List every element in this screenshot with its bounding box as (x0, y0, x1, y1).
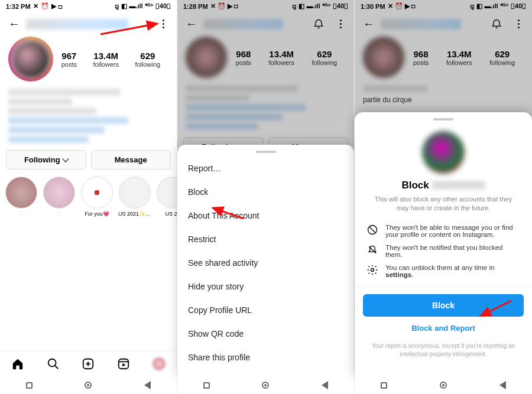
block-target-avatar (422, 131, 465, 174)
svg-point-11 (496, 27, 498, 28)
highlight-item[interactable]: For you💗 (80, 177, 113, 217)
create-icon[interactable] (82, 357, 95, 370)
sheet-item-shared-activity[interactable]: See shared activity (177, 251, 354, 275)
highlight-item[interactable]: US 20 (156, 177, 177, 217)
bell-off-icon (366, 244, 378, 256)
reels-icon[interactable] (117, 357, 130, 370)
block-title: Block (363, 180, 524, 191)
status-right: ⚼ ◧ ▬.ıll ⁴ᴳ⁺ ⌷40⌷ (115, 2, 171, 10)
svg-marker-7 (122, 363, 126, 367)
sheet-grip[interactable] (433, 118, 453, 121)
instagram-icon: ◘ (59, 3, 63, 10)
block-info-row: They won't be able to message you or fin… (366, 224, 520, 238)
more-options-icon[interactable] (513, 19, 524, 28)
screen-block-confirm: 1:30 PM✕ ⏰ ▶ ◘ ⚼ ◧ ▬.ıll ⁴ᴳ⁺ ⌷40⌷ ← 968p… (355, 0, 532, 394)
username-blurred (26, 19, 128, 30)
back-icon[interactable]: ← (8, 17, 20, 31)
stat-posts[interactable]: 967posts (61, 51, 77, 68)
android-nav[interactable] (0, 376, 177, 394)
android-home-icon (85, 382, 92, 389)
stat-followers[interactable]: 13.4Mfollowers (93, 51, 119, 68)
chevron-down-icon (62, 155, 69, 162)
block-confirm-button[interactable]: Block (363, 294, 524, 317)
block-footer-note: Your report is anonymous, except if you'… (363, 342, 524, 359)
bottom-nav (0, 350, 177, 376)
android-back-icon (144, 381, 151, 389)
alarm-icon: ⏰ (41, 2, 49, 10)
sheet-item-hide-story[interactable]: Hide your story (177, 275, 354, 298)
stat-following[interactable]: 629following (135, 51, 160, 68)
block-info-row: You can unblock them at any time in sett… (366, 264, 520, 278)
svg-point-15 (371, 268, 374, 271)
bio-block (8, 89, 168, 143)
block-and-report-button[interactable]: Block and Report (363, 317, 524, 340)
back-icon[interactable]: ← (186, 17, 197, 31)
status-time: 1:32 PM (6, 3, 31, 10)
username-blurred (203, 19, 283, 30)
screen-profile: 1:32 PM ✕ ⏰ ▶ ◘ ⚼ ◧ ▬.ıll ⁴ᴳ⁺ ⌷40⌷ ← 967… (0, 0, 177, 394)
following-button[interactable]: Following (6, 150, 86, 170)
youtube-icon: ▶ (51, 2, 56, 10)
no-message-icon (366, 224, 378, 236)
sheet-item-about[interactable]: About This Account (177, 204, 354, 227)
sheet-item-copy-url[interactable]: Copy Profile URL (177, 298, 354, 322)
more-options-icon[interactable] (158, 19, 168, 28)
status-bar: 1:32 PM ✕ ⏰ ▶ ◘ ⚼ ◧ ▬.ıll ⁴ᴳ⁺ ⌷40⌷ (0, 0, 177, 11)
highlight-item[interactable]: US 2021✨ 2/2 (118, 177, 151, 217)
message-button[interactable]: Message (91, 150, 171, 170)
status-time: 1:28 PM (183, 3, 208, 10)
sheet-item-qr[interactable]: Show QR code (177, 322, 354, 346)
svg-point-0 (48, 359, 56, 366)
svg-point-9 (318, 27, 320, 28)
status-bar: 1:28 PM✕ ⏰ ▶ ◘ ⚼ ◧ ▬.ıll ⁴ᴳ⁺ ⌷40⌷ (177, 0, 354, 11)
android-nav[interactable] (355, 376, 532, 394)
highlights-row: — — For you💗 US 2021✨ 2/2 US 20 (0, 170, 177, 219)
more-options-icon[interactable] (335, 19, 346, 28)
stats-row: 967posts 13.4Mfollowers 629following (0, 37, 177, 84)
back-icon[interactable]: ← (363, 17, 375, 31)
status-time: 1:30 PM (361, 3, 385, 10)
sheet-grip[interactable] (256, 151, 276, 153)
sheet-item-share[interactable]: Share this profile (177, 346, 354, 369)
profile-avatar-ring[interactable] (8, 37, 53, 82)
mute-icon: ✕ (33, 2, 38, 10)
status-bar: 1:30 PM✕ ⏰ ▶ ◘ ⚼ ◧ ▬.ıll ⁴ᴳ⁺ ⌷40⌷ (355, 0, 532, 11)
highlight-item[interactable]: — (5, 177, 38, 217)
notifications-icon[interactable] (313, 18, 325, 30)
android-recents-icon (26, 382, 33, 389)
home-icon[interactable] (11, 357, 24, 370)
sheet-item-report[interactable]: Report… (177, 157, 354, 180)
block-subtitle: This will also block any other accounts … (369, 195, 518, 213)
gear-icon (366, 264, 378, 276)
action-buttons: Following Message (0, 150, 177, 170)
search-icon[interactable] (47, 357, 60, 370)
notifications-icon[interactable] (491, 18, 502, 30)
block-info-row: They won't be notified that you blocked … (366, 244, 520, 258)
bio-visible-text: partie du cirque (363, 96, 524, 104)
profile-nav-icon[interactable] (153, 357, 166, 370)
block-target-name-blurred (432, 181, 485, 190)
highlight-item[interactable]: — (43, 177, 76, 217)
screen-options-sheet: 1:28 PM✕ ⏰ ▶ ◘ ⚼ ◧ ▬.ıll ⁴ᴳ⁺ ⌷40⌷ ← 968p… (177, 0, 355, 394)
username-blurred (381, 19, 461, 30)
block-confirm-sheet: Block This will also block any other acc… (355, 112, 532, 376)
android-nav[interactable] (177, 376, 354, 394)
top-bar: ← (0, 11, 177, 37)
sheet-item-block[interactable]: Block (177, 180, 354, 204)
options-bottom-sheet: Report… Block About This Account Restric… (177, 145, 354, 376)
svg-line-1 (54, 365, 58, 369)
sheet-item-restrict[interactable]: Restrict (177, 227, 354, 251)
svg-line-13 (369, 227, 375, 233)
